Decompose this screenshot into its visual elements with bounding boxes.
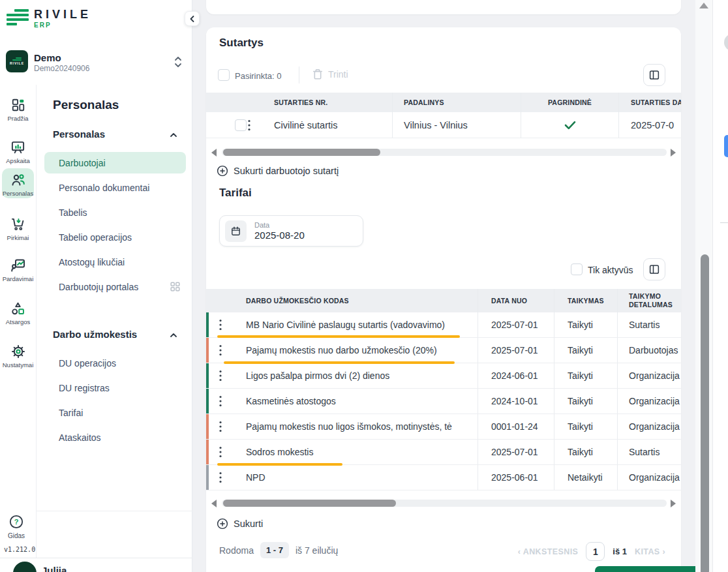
- sidebar-item-darbuotoju-portalas[interactable]: Darbuotojų portalas: [59, 282, 138, 292]
- calendar-icon[interactable]: [225, 220, 247, 242]
- contracts-table-header: SUTARTIES NR. PADALINYS PAGRINDINĖ SUTAR…: [206, 93, 681, 112]
- cell-apply: Taikyti: [554, 440, 617, 464]
- sidebar-item-du-registras[interactable]: DU registras: [59, 383, 110, 393]
- chevron-up-icon[interactable]: [169, 130, 178, 140]
- tariff-row[interactable]: Pajamų mokestis nuo ligos išmokos, motin…: [206, 414, 681, 440]
- col-header[interactable]: SUTARTIES NR.: [264, 98, 392, 106]
- kebab-menu-icon[interactable]: [219, 395, 222, 407]
- sales-icon: [10, 258, 26, 273]
- people-icon: [10, 172, 26, 188]
- cell-date-from: 2025-07-01: [478, 338, 554, 363]
- col-header[interactable]: SUTARTIES DAT: [618, 93, 681, 112]
- help-icon[interactable]: ?: [8, 514, 24, 530]
- user-avatar[interactable]: [13, 562, 37, 572]
- kebab-menu-icon[interactable]: [248, 119, 250, 131]
- primary-action-button[interactable]: [595, 566, 703, 572]
- select-all-checkbox[interactable]: [218, 69, 230, 81]
- sidebar-collapse-button[interactable]: [185, 11, 200, 26]
- row-accent: [206, 414, 209, 439]
- col-header[interactable]: TAIKYMO DETALUMAS: [617, 289, 681, 312]
- date-filter-field[interactable]: Data 2025-08-20: [219, 215, 363, 247]
- tariff-row[interactable]: NPD 2025-06-01 Netaikyti Organizacija: [206, 465, 681, 490]
- divider: [37, 511, 192, 511]
- row-accent: [206, 338, 209, 363]
- scroll-up-arrow[interactable]: [699, 3, 708, 8]
- account-avatar: RIVILE: [6, 50, 28, 72]
- guide-label[interactable]: Gidas: [0, 532, 33, 539]
- col-header[interactable]: PADALINYS: [392, 93, 521, 112]
- cell-apply: Netaikyti: [554, 465, 617, 490]
- chevron-up-icon[interactable]: [169, 331, 178, 340]
- col-header[interactable]: DARBO UŽMOKESČIO KODAS: [235, 297, 478, 305]
- only-active-checkbox[interactable]: [571, 263, 583, 275]
- date-field-value[interactable]: 2025-08-20: [254, 230, 305, 241]
- sidebar-item-tabelio-operacijos[interactable]: Tabelio operacijos: [59, 232, 132, 243]
- tariffs-table-header: DARBO UŽMOKESČIO KODAS DATA NUO TAIKYMAS…: [206, 289, 681, 312]
- cell-code: Pajamų mokestis nuo ligos išmokos, motin…: [235, 421, 478, 432]
- col-header[interactable]: DATA NUO: [478, 289, 554, 312]
- tariff-row[interactable]: MB Nario Civilinė paslaugų sutartis (vad…: [206, 312, 681, 338]
- scroll-right-arrow[interactable]: [671, 500, 676, 507]
- kebab-menu-icon[interactable]: [219, 344, 222, 356]
- page-title: Personalas: [53, 98, 119, 112]
- delete-button[interactable]: Trinti: [312, 68, 348, 81]
- kebab-menu-icon[interactable]: [219, 446, 222, 458]
- divider: [299, 67, 299, 83]
- next-label: KITAS: [635, 547, 660, 556]
- brand-name: RIVILE: [34, 8, 91, 22]
- col-header[interactable]: TAIKYMAS: [554, 289, 617, 312]
- sidebar-item-personalo-dokumentai[interactable]: Personalo dokumentai: [59, 183, 149, 193]
- account-switcher-icon[interactable]: [173, 55, 183, 68]
- cell-code: Pajamų mokestis nuo darbo užmokesčio (20…: [235, 345, 478, 355]
- contract-row[interactable]: Civilinė sutartis Vilnius - Vilnius 2025…: [206, 112, 681, 138]
- selected-count: Pasirinkta: 0: [235, 71, 282, 81]
- sidebar-item-du-operacijos[interactable]: DU operacijos: [59, 358, 116, 369]
- next-page-button[interactable]: KITAS ›: [635, 547, 665, 556]
- tariff-row[interactable]: Ligos pašalpa pirmos dvi (2) dienos 2024…: [206, 363, 681, 389]
- user-name[interactable]: Julija: [42, 565, 67, 572]
- sidebar-item-darbuotojai[interactable]: Darbuotojai: [59, 158, 106, 168]
- inventory-icon: [10, 301, 25, 316]
- hscrollbar-thumb[interactable]: [223, 149, 380, 156]
- create-tariff-link[interactable]: Sukurti: [217, 518, 263, 530]
- prev-page-button[interactable]: ‹ ANKSTESNIS: [518, 547, 579, 556]
- tariff-row[interactable]: Kasmetinės atostogos 2024-10-01 Taikyti …: [206, 389, 681, 414]
- sidebar-item-tabelis[interactable]: Tabelis: [59, 207, 87, 218]
- scroll-right-arrow[interactable]: [671, 149, 676, 157]
- rail-item-pardavimai[interactable]: Pardavimai: [0, 258, 36, 276]
- sidebar-item-tarifai[interactable]: Tarifai: [59, 408, 83, 418]
- kebab-menu-icon[interactable]: [219, 370, 222, 382]
- column-settings-button[interactable]: [643, 64, 665, 86]
- create-contract-link[interactable]: Sukurti darbuotojo sutartį: [217, 165, 339, 177]
- col-header[interactable]: PAGRINDINĖ: [521, 93, 618, 112]
- divider: [0, 558, 192, 558]
- cell-contract-nr: Civilinė sutartis: [264, 120, 392, 130]
- scroll-left-arrow[interactable]: [211, 149, 217, 157]
- rail-item-apskaita[interactable]: Apskaita: [0, 140, 36, 157]
- rail-label: Atsargos: [0, 318, 36, 325]
- kebab-menu-icon[interactable]: [219, 319, 222, 331]
- vscrollbar-thumb[interactable]: [701, 254, 709, 572]
- hscrollbar-thumb[interactable]: [223, 500, 396, 507]
- sidebar-item-ataskaitos[interactable]: Ataskaitos: [59, 432, 101, 443]
- cell-detail: Sutartis: [617, 440, 681, 464]
- rail-item-atsargos[interactable]: Atsargos: [0, 301, 36, 319]
- rail-item-pirkimai[interactable]: Pirkimai: [0, 217, 36, 234]
- row-accent: [206, 312, 209, 337]
- tariff-row[interactable]: Pajamų mokestis nuo darbo užmokesčio (20…: [206, 338, 681, 363]
- kebab-menu-icon[interactable]: [219, 472, 222, 483]
- rail-item-personalas[interactable]: Personalas: [0, 172, 36, 190]
- annotation-underline: [217, 463, 342, 466]
- kebab-menu-icon[interactable]: [219, 421, 222, 432]
- section-personalas[interactable]: Personalas: [53, 128, 105, 140]
- employee-detail-card: Sutartys Pasirinkta: 0 Trinti SUTARTIES …: [206, 27, 681, 572]
- column-settings-button[interactable]: [643, 258, 665, 280]
- rail-item-pradzia[interactable]: Pradžia: [0, 98, 36, 115]
- current-page-input[interactable]: 1: [586, 542, 605, 561]
- rail-item-nustatymai[interactable]: Nustatymai: [0, 344, 36, 362]
- cell-apply: Taikyti: [554, 414, 617, 439]
- tariff-row[interactable]: Sodros mokestis 2025-07-01 Taikyti Sutar…: [206, 440, 681, 465]
- section-darbo-uzmokestis[interactable]: Darbo užmokestis: [53, 329, 137, 340]
- scroll-left-arrow[interactable]: [211, 500, 217, 507]
- sidebar-item-atostogu-likuciai[interactable]: Atostogų likučiai: [59, 257, 125, 267]
